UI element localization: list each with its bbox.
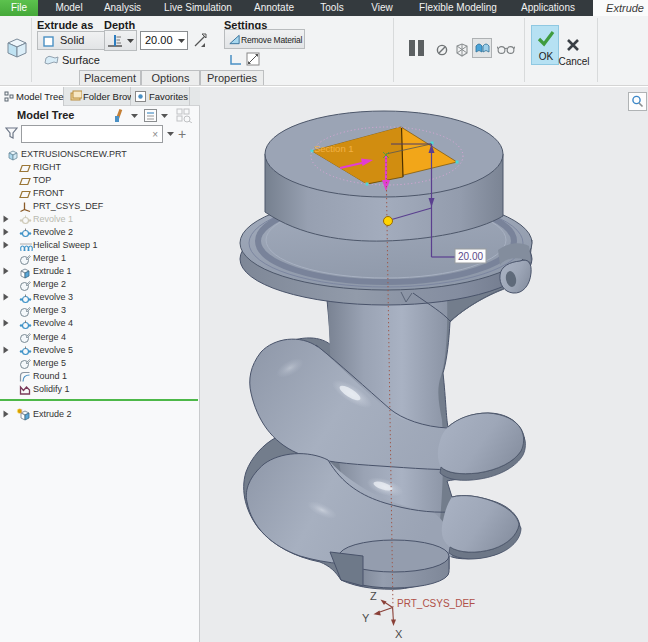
svg-text:20.00: 20.00 [458,251,483,262]
svg-text:X: X [395,628,403,640]
svg-text:Section 1: Section 1 [314,143,354,154]
svg-text:Y: Y [362,612,370,624]
svg-text:Z: Z [370,590,377,602]
svg-text:PRT_CSYS_DEF: PRT_CSYS_DEF [397,598,475,609]
